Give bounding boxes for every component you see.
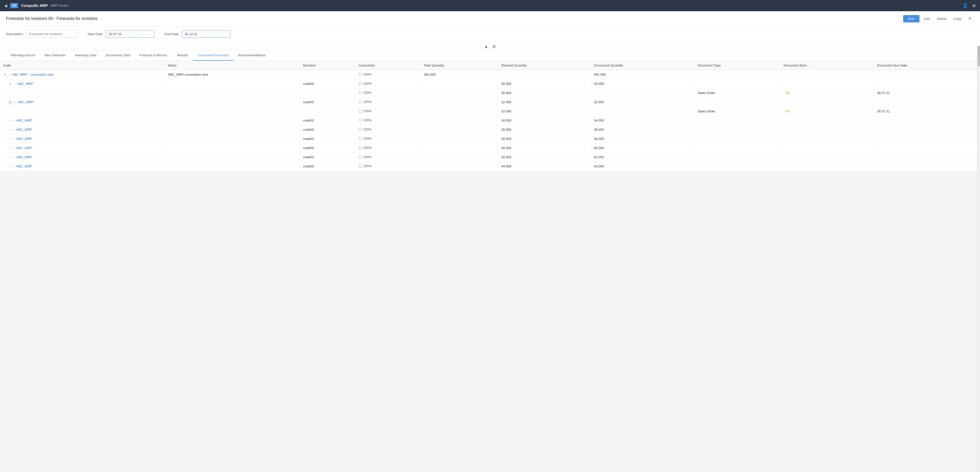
consumed-radio-input[interactable] [359,146,362,149]
expand-chevron-button[interactable]: ∨ [8,82,12,86]
start-date-input[interactable] [106,30,154,38]
code-cell: ∨›ABC MRP - consmption test [0,70,165,79]
code-link[interactable]: ABC_MRP [16,165,32,168]
sub-chevron-button[interactable]: › [12,137,15,141]
code-cell: ››ABC_MRP [0,116,165,125]
sub-chevron-button[interactable]: › [14,100,17,104]
consumed-radio[interactable]: 100% [359,136,372,141]
end-date-input[interactable] [182,30,231,38]
tab-inventory[interactable]: Inventory Data [70,50,101,61]
code-cell [0,107,165,116]
consumed-radio[interactable]: 100% [359,109,372,113]
sub-chevron-button[interactable]: › [12,146,15,150]
run-button[interactable]: Run [903,15,920,22]
doc-type-cell: Sales Order [694,89,780,98]
consumed-radio-input[interactable] [359,91,362,94]
code-link[interactable]: ABC_MRP [16,146,32,150]
doc-num-cell: › 78 [780,89,874,98]
consumed-radio[interactable]: 100% [359,72,372,76]
consumed-radio[interactable]: 100% [359,91,372,95]
consumed-radio-input[interactable] [359,109,362,112]
copy-button[interactable]: Copy [951,15,964,22]
consumed-cell: 100% [355,116,420,125]
consumed-radio-input[interactable] [359,82,362,85]
page-header: Forecasts for revisions 04 - Forecasts f… [0,11,980,26]
consumed-radio-input[interactable] [359,137,362,140]
expand-chevron-button[interactable]: › [8,128,11,132]
code-link[interactable]: ABC_MRP [18,100,34,104]
doc-due-cell [874,153,980,162]
consumed-pct: 100% [363,155,372,159]
total-qty-cell [421,144,498,153]
collapse-box-button[interactable]: ∨ [8,100,13,104]
consumed-radio[interactable]: 100% [359,127,372,131]
table-row: ››ABC_MRPcode00100%36.00036.000 [0,125,980,134]
doc-num-link[interactable]: 78 [786,109,789,113]
close-button[interactable]: ✕ [966,15,974,22]
tab-forecast[interactable]: Forecast & Recom. [135,50,172,61]
code-link[interactable]: ABC_MRP [16,137,32,141]
consumed-qty-cell [590,107,694,116]
sub-chevron-button[interactable]: › [8,73,11,77]
expand-chevron-button[interactable]: › [8,137,11,141]
sub-chevron-button[interactable]: › [12,119,15,123]
expand-chevron-button[interactable]: › [8,119,11,123]
doc-type-cell [694,116,780,125]
nav-settings-icon[interactable]: ⚙ [490,43,498,50]
code-link[interactable]: ABC_MRP [16,128,32,131]
sub-chevron-button[interactable]: › [12,165,15,168]
planned-qty-cell: 34.000 [498,116,591,125]
tab-item-selection[interactable]: Item Selection [40,50,70,61]
sub-chevron-button[interactable]: › [13,82,16,86]
doc-num-arrow-icon: › [783,91,786,95]
expand-chevron-button[interactable]: › [8,155,11,159]
scrollbar-thumb[interactable] [977,46,980,66]
tab-documents[interactable]: Documents Data [101,50,135,61]
consumed-radio-input[interactable] [359,100,362,103]
consumed-radio-input[interactable] [359,165,362,168]
consumed-radio[interactable]: 100% [359,146,372,150]
code-link[interactable]: ABC_MRP [16,119,32,122]
col-doc-num: Document Num... [780,61,874,70]
back-button[interactable]: ◀ [4,3,7,8]
code-link[interactable]: ABC_MRP [18,82,33,86]
data-table: Code Name Revision Consumed Total Quanti… [0,61,980,171]
consumed-radio[interactable]: 100% [359,164,372,168]
sub-chevron-button[interactable]: › [12,128,15,132]
consumed-qty-cell: 42.000 [590,153,694,162]
planned-qty-cell: 44.000 [498,162,591,171]
tab-results[interactable]: Results [172,50,192,61]
description-input[interactable] [26,30,77,38]
expand-chevron-button[interactable]: › [8,146,11,150]
delete-button[interactable]: Delete [934,15,949,22]
grid-icon[interactable]: ⊛ [972,3,976,8]
expand-chevron-button[interactable]: › [8,165,11,168]
user-icon[interactable]: 👤 [963,3,968,8]
name-cell [165,98,300,107]
consumed-radio-input[interactable] [359,73,362,76]
sub-chevron-button[interactable]: › [12,155,15,159]
name-cell [165,116,300,125]
code-cell [0,89,165,98]
consumed-radio[interactable]: 100% [359,118,372,122]
doc-due-cell [874,79,980,89]
doc-num-link[interactable]: 78 [786,91,789,95]
expand-chevron-button[interactable]: ∨ [3,72,7,77]
consumed-radio[interactable]: 100% [359,155,372,159]
consumed-radio[interactable]: 100% [359,100,372,104]
tab-planning[interactable]: Planning horizon [6,50,40,61]
code-link[interactable]: ABC_MRP [16,155,32,159]
scrollbar[interactable] [977,46,980,171]
doc-due-cell [874,70,980,79]
consumed-qty-cell: 32.000 [590,98,694,107]
code-cell: ››ABC_MRP [0,144,165,153]
tab-recommendations[interactable]: Recommendations [234,50,270,61]
nav-up-icon[interactable]: ▲ [482,43,490,50]
tab-consumed-forecasts[interactable]: Consumed Forecasts [192,50,234,61]
consumed-radio-input[interactable] [359,128,362,131]
code-link[interactable]: ABC MRP - consmption test [12,73,54,76]
edit-button[interactable]: Edit [921,15,932,22]
consumed-radio-input[interactable] [359,155,362,158]
consumed-radio[interactable]: 100% [359,82,372,86]
consumed-radio-input[interactable] [359,119,362,122]
